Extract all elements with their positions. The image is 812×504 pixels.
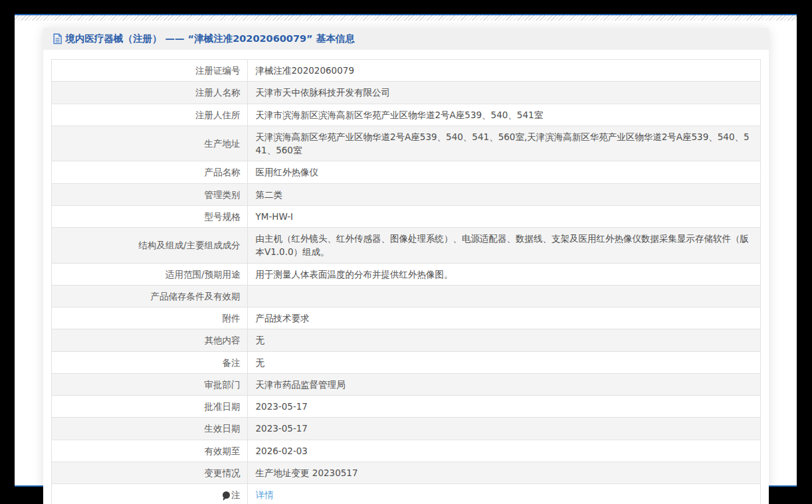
row-label: 批准日期 xyxy=(51,396,247,418)
table-row: 注册人名称天津市天中依脉科技开发有限公司 xyxy=(51,82,760,104)
table-row: 备注无 xyxy=(51,351,760,373)
table-row: 注详情 xyxy=(51,484,760,504)
row-label: 型号规格 xyxy=(51,205,247,227)
info-table-body: 注册证编号津械注准20202060079注册人名称天津市天中依脉科技开发有限公司… xyxy=(51,60,760,504)
note-balloon-icon xyxy=(223,491,230,499)
row-value: 由主机（红外镜头、红外传感器、图像处理系统）、电源适配器、数据线、支架及医用红外… xyxy=(247,228,760,264)
row-value: 天津滨海高新区华苑产业区物华道2号A座539、540、541、560室,天津滨海… xyxy=(247,126,760,161)
row-value: 天津市药品监督管理局 xyxy=(247,373,760,395)
table-row: 有效期至2026-02-03 xyxy=(51,440,760,462)
table-row: 产品储存条件及有效期 xyxy=(51,285,760,307)
row-value: 2023-05-17 xyxy=(247,418,760,440)
row-value: 津械注准20202060079 xyxy=(247,60,760,82)
row-value: 天津市天中依脉科技开发有限公司 xyxy=(247,82,760,104)
detail-link[interactable]: 详情 xyxy=(256,489,274,500)
table-row: 注册人住所天津市滨海新区滨海高新区华苑产业区物华道2号A座539、540、541… xyxy=(51,104,760,126)
table-row: 产品名称医用红外热像仪 xyxy=(51,161,760,183)
table-row: 其他内容无 xyxy=(51,329,760,351)
table-row: 生效日期2023-05-17 xyxy=(51,418,760,440)
row-label: 注册人名称 xyxy=(51,82,247,104)
table-row: 批准日期2023-05-17 xyxy=(51,396,760,418)
table-row: 审批部门天津市药品监督管理局 xyxy=(51,373,760,395)
table-row: 结构及组成/主要组成成分由主机（红外镜头、红外传感器、图像处理系统）、电源适配器… xyxy=(51,228,760,264)
row-value: 天津市滨海新区滨海高新区华苑产业区物华道2号A座539、540、541室 xyxy=(247,104,760,126)
row-label: 注册人住所 xyxy=(51,104,247,126)
row-label: 审批部门 xyxy=(51,373,247,395)
row-value: YM-HW-I xyxy=(247,205,760,227)
row-label: 生效日期 xyxy=(51,418,247,440)
table-row: 注册证编号津械注准20202060079 xyxy=(51,60,760,82)
row-value xyxy=(247,285,760,307)
row-value: 医用红外热像仪 xyxy=(247,161,760,183)
card-header: 境内医疗器械（注册） —— “津械注准20202060079” 基本信息 xyxy=(43,28,769,50)
row-label: 附件 xyxy=(51,307,247,329)
info-table: 注册证编号津械注准20202060079注册人名称天津市天中依脉科技开发有限公司… xyxy=(51,59,761,504)
table-row: 型号规格YM-HW-I xyxy=(51,205,760,227)
row-label: 注册证编号 xyxy=(51,60,247,82)
row-label: 适用范围/预期用途 xyxy=(51,263,247,285)
row-value: 详情 xyxy=(247,484,760,504)
row-value: 无 xyxy=(247,329,760,351)
page-background: 境内医疗器械（注册） —— “津械注准20202060079” 基本信息 注册证… xyxy=(15,14,797,487)
row-value: 生产地址变更 20230517 xyxy=(247,462,760,483)
row-label: 注 xyxy=(51,484,247,504)
row-label: 结构及组成/主要组成成分 xyxy=(51,228,247,264)
table-row: 适用范围/预期用途用于测量人体表面温度的分布并提供红外热像图。 xyxy=(51,263,760,285)
row-value: 用于测量人体表面温度的分布并提供红外热像图。 xyxy=(247,263,760,285)
row-label: 产品储存条件及有效期 xyxy=(51,285,247,307)
page-title: 境内医疗器械（注册） —— “津械注准20202060079” 基本信息 xyxy=(66,28,355,50)
row-value: 2026-02-03 xyxy=(247,440,760,462)
row-label: 产品名称 xyxy=(51,161,247,183)
table-row: 附件产品技术要求 xyxy=(51,307,760,329)
row-label: 有效期至 xyxy=(51,440,247,462)
table-row: 生产地址天津滨海高新区华苑产业区物华道2号A座539、540、541、560室,… xyxy=(51,126,760,161)
table-row: 变更情况生产地址变更 20230517 xyxy=(51,462,760,483)
row-label: 备注 xyxy=(51,351,247,373)
row-value: 第二类 xyxy=(247,183,760,205)
hatch-strip xyxy=(15,15,797,21)
row-label: 其他内容 xyxy=(51,329,247,351)
row-value: 2023-05-17 xyxy=(247,396,760,418)
row-label: 管理类别 xyxy=(51,183,247,205)
info-card: 境内医疗器械（注册） —— “津械注准20202060079” 基本信息 注册证… xyxy=(43,28,769,504)
document-icon xyxy=(52,33,62,44)
row-value: 无 xyxy=(247,351,760,373)
table-row: 管理类别第二类 xyxy=(51,183,760,205)
row-label: 变更情况 xyxy=(51,462,247,483)
row-value: 产品技术要求 xyxy=(247,307,760,329)
row-label: 生产地址 xyxy=(51,126,247,161)
